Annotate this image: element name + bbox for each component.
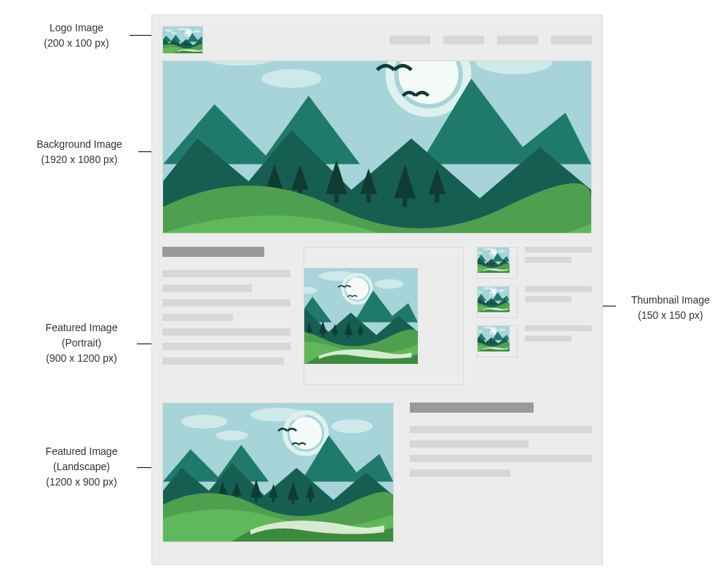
text-column — [410, 402, 592, 542]
nav-item — [497, 36, 538, 44]
callout-portrait: Featured Image (Portrait) (900 x 1200 px… — [23, 320, 140, 366]
text-line — [410, 440, 529, 448]
thumbnail-column — [477, 247, 592, 385]
background-image — [162, 60, 592, 234]
text-line — [525, 325, 592, 331]
text-line — [162, 328, 290, 336]
callout-thumbnail: Thumbnail Image (150 x 150 px) — [616, 293, 725, 323]
heading-placeholder — [410, 402, 534, 413]
featured-image-portrait — [304, 247, 464, 385]
callout-thumbnail-title: Thumbnail Image — [616, 293, 725, 308]
callout-portrait-title: Featured Image — [23, 320, 140, 336]
nav-item — [443, 36, 484, 44]
thumbnail-image — [477, 247, 518, 279]
landscape-icon — [304, 247, 463, 384]
text-line — [525, 257, 571, 263]
callout-landscape-subtitle: (Landscape) — [23, 459, 140, 475]
callout-background: Background Image (1920 x 1080 px) — [17, 137, 141, 167]
text-line — [525, 336, 571, 341]
text-line — [525, 296, 571, 302]
text-line — [162, 357, 284, 365]
heading-placeholder — [162, 247, 264, 257]
text-line — [162, 299, 290, 306]
thumbnail-image — [477, 286, 518, 318]
text-line — [410, 469, 510, 477]
nav-item — [389, 36, 430, 44]
text-line — [410, 426, 592, 433]
landscape-icon — [163, 27, 202, 53]
wireframe-page — [151, 15, 603, 565]
callout-background-title: Background Image — [17, 137, 141, 152]
callout-landscape: Featured Image (Landscape) (1200 x 900 p… — [23, 444, 140, 490]
text-line — [162, 314, 233, 321]
text-line — [525, 247, 592, 253]
callout-logo: Logo Image (200 x 100 px) — [22, 20, 131, 51]
text-line — [162, 285, 252, 292]
callout-landscape-title: Featured Image — [23, 444, 140, 459]
text-line — [162, 343, 290, 350]
callout-background-dims: (1920 x 1080 px) — [17, 152, 141, 167]
thumbnail-image — [477, 325, 518, 357]
thumbnail-text — [525, 286, 592, 306]
landscape-icon — [163, 61, 591, 233]
text-line — [162, 270, 290, 277]
thumbnail-row — [477, 325, 592, 357]
callout-landscape-dims: (1200 x 900 px) — [23, 475, 140, 490]
thumbnail-text — [525, 325, 592, 346]
thumbnail-row — [477, 286, 592, 318]
callout-portrait-dims: (900 x 1200 px) — [23, 351, 140, 366]
featured-image-landscape — [162, 402, 394, 542]
content-row-1 — [162, 247, 592, 385]
callout-portrait-subtitle: (Portrait) — [23, 336, 140, 351]
nav-item — [551, 36, 592, 44]
page-header — [162, 25, 592, 55]
text-column — [162, 247, 290, 385]
text-line — [525, 286, 592, 292]
callout-logo-dims: (200 x 100 px) — [22, 36, 131, 51]
content-row-2 — [162, 402, 592, 542]
logo-image — [162, 26, 203, 54]
nav-links — [389, 36, 592, 44]
thumbnail-row — [477, 247, 592, 279]
landscape-icon — [163, 403, 393, 542]
text-line — [410, 455, 592, 462]
callout-logo-title: Logo Image — [22, 20, 131, 36]
callout-thumbnail-dims: (150 x 150 px) — [616, 308, 725, 323]
thumbnail-text — [525, 247, 592, 267]
